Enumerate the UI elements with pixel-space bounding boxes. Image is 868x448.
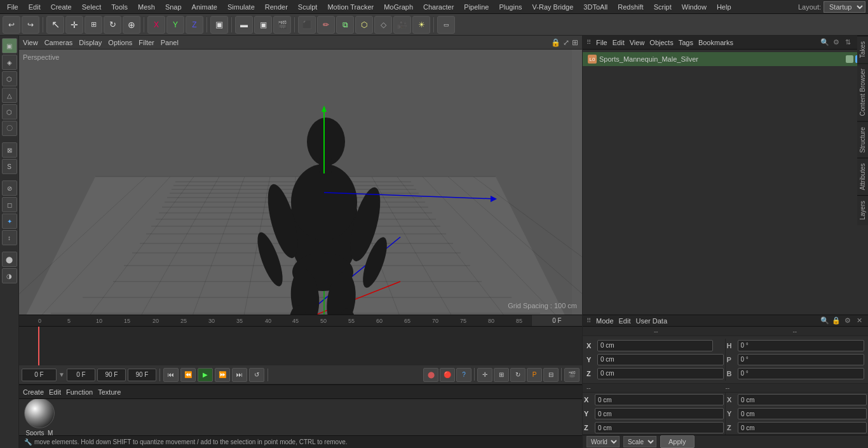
nurbs-button[interactable]: ⧉ [336, 16, 354, 34]
menu-simulate[interactable]: Simulate [223, 2, 259, 12]
polygon-mode-button[interactable]: ⬡ [2, 71, 17, 86]
y-axis-button[interactable]: Y [166, 16, 184, 34]
material-slot[interactable]: Sports_M [24, 399, 55, 435]
z-axis-button[interactable]: Z [186, 16, 203, 34]
menu-character[interactable]: Character [419, 2, 458, 12]
coord-h-input[interactable] [738, 340, 865, 351]
gear-icon[interactable]: ⚙ [831, 37, 841, 48]
objects-menu-edit[interactable]: Edit [613, 39, 625, 46]
current-frame-input[interactable] [22, 369, 57, 381]
menu-render[interactable]: Render [261, 2, 292, 12]
render-region-button[interactable]: ▬ [235, 16, 253, 34]
timeline-track[interactable] [19, 327, 582, 365]
snap2-button[interactable]: S [2, 159, 17, 174]
scale-dropdown[interactable]: Scale [623, 436, 656, 447]
menu-motion-tracker[interactable]: Motion Tracker [323, 2, 378, 12]
tree-item-mannequin[interactable]: L0 Sports_Mannequin_Male_Silver [583, 52, 868, 66]
rotate-tool-anim[interactable]: ↻ [510, 368, 526, 382]
undo-button[interactable]: ↩ [3, 16, 20, 34]
select-tool-button[interactable]: ↖ [46, 16, 64, 34]
3d-viewport[interactable]: Perspective Grid Spacing : 100 cm [19, 50, 582, 315]
coord-p-input[interactable] [738, 354, 865, 365]
scale-tool-button[interactable]: ⊞ [85, 16, 102, 34]
mat-menu-function[interactable]: Function [66, 388, 93, 396]
tool4-button[interactable]: ↕ [2, 230, 17, 245]
help-button[interactable]: ? [456, 368, 471, 382]
tool2-button[interactable]: ◻ [2, 197, 17, 212]
rtab-attributes[interactable]: Attributes [857, 158, 868, 195]
coord-z-input[interactable] [597, 368, 724, 379]
mat-menu-create[interactable]: Create [23, 388, 44, 396]
menu-create[interactable]: Create [46, 2, 76, 12]
menu-edit[interactable]: Edit [24, 2, 45, 12]
b-z-input[interactable] [738, 422, 867, 433]
redo-button[interactable]: ↪ [22, 16, 39, 34]
menu-pipeline[interactable]: Pipeline [459, 2, 493, 12]
tool3-button[interactable]: ✦ [2, 214, 17, 229]
b-y-input[interactable] [738, 408, 867, 419]
b-x-input[interactable] [738, 394, 867, 405]
objects-menu-file[interactable]: File [596, 39, 607, 46]
mat-menu-edit[interactable]: Edit [49, 388, 61, 396]
max-frame-input[interactable] [128, 369, 156, 381]
layout-dropdown[interactable]: Startup [824, 1, 865, 13]
objects-menu-tags[interactable]: Tags [679, 39, 693, 46]
size-y-input[interactable] [595, 408, 724, 419]
menu-sculpt[interactable]: Sculpt [294, 2, 322, 12]
objects-menu-view[interactable]: View [630, 39, 645, 46]
menu-3dtoall[interactable]: 3DToAll [579, 2, 612, 12]
vp-menu-filter[interactable]: Filter [139, 39, 154, 46]
menu-animate[interactable]: Animate [187, 2, 222, 12]
attr-search-icon[interactable]: 🔍 [820, 316, 830, 326]
environment-button[interactable]: ◇ [374, 16, 392, 34]
render-anim-button[interactable]: 🎬 [564, 368, 580, 382]
menu-file[interactable]: File [3, 2, 23, 12]
move-tool-anim[interactable]: ✛ [477, 368, 492, 382]
sort-icon[interactable]: ⇅ [843, 37, 853, 48]
attr-menu-mode[interactable]: Mode [596, 317, 614, 325]
snap-button[interactable]: ⊠ [2, 142, 17, 158]
spline-button[interactable]: ✏ [317, 16, 335, 34]
menu-plugins[interactable]: Plugins [494, 2, 526, 12]
vp-icon-expand[interactable]: ⊞ [572, 38, 578, 47]
goto-start-button[interactable]: ⏮ [163, 368, 179, 382]
rtab-layers[interactable]: Layers [857, 195, 868, 225]
attr-menu-userdata[interactable]: User Data [636, 317, 668, 325]
vp-menu-display[interactable]: Display [79, 39, 102, 46]
vp-icon-arrows[interactable]: ⤢ [563, 38, 569, 47]
start-frame-input[interactable] [67, 369, 95, 381]
timeline-ruler[interactable]: 0 5 10 15 20 25 30 35 40 45 50 55 60 65 [19, 315, 582, 327]
edge-mode-button[interactable]: △ [2, 88, 17, 103]
grid-anim-button[interactable]: ⊟ [543, 368, 559, 382]
menu-mograph[interactable]: MoGraph [379, 2, 417, 12]
menu-help[interactable]: Help [712, 2, 736, 12]
menu-tools[interactable]: Tools [107, 2, 132, 12]
timeline-playhead[interactable] [38, 327, 39, 365]
spline-mode-button[interactable]: 〇 [2, 121, 17, 136]
floor-button[interactable]: ▭ [437, 16, 455, 34]
menu-redshift[interactable]: Redshift [613, 2, 648, 12]
rtab-content-browser[interactable]: Content Browser [857, 63, 868, 121]
auto-key-button[interactable]: 🔴 [440, 368, 455, 382]
transform-tool-button[interactable]: ⊕ [123, 16, 140, 34]
x-axis-button[interactable]: X [147, 16, 165, 34]
rtab-takes[interactable]: Takes [857, 36, 868, 63]
coord-y-input[interactable] [597, 354, 724, 365]
vp-menu-options[interactable]: Options [108, 39, 132, 46]
pivot-button[interactable]: P [527, 368, 542, 382]
size-z-input[interactable] [595, 422, 724, 433]
menu-script[interactable]: Script [649, 2, 676, 12]
cube-button[interactable]: ⬛ [298, 16, 316, 34]
menu-mesh[interactable]: Mesh [133, 2, 159, 12]
light-button[interactable]: ☀ [412, 16, 430, 34]
point-mode-button[interactable]: ⬡ [2, 104, 17, 119]
mat-menu-texture[interactable]: Texture [98, 388, 121, 396]
tool1-button[interactable]: ⊘ [2, 180, 17, 196]
attr-settings-icon[interactable]: ⚙ [843, 316, 853, 326]
step-back-button[interactable]: ⏪ [180, 368, 196, 382]
play-button[interactable]: ▶ [198, 368, 213, 382]
coord-b-input[interactable] [738, 368, 865, 379]
rotate-tool-button[interactable]: ↻ [104, 16, 121, 34]
search-icon[interactable]: 🔍 [820, 37, 830, 48]
render-all-button[interactable]: 🎬 [273, 16, 291, 34]
